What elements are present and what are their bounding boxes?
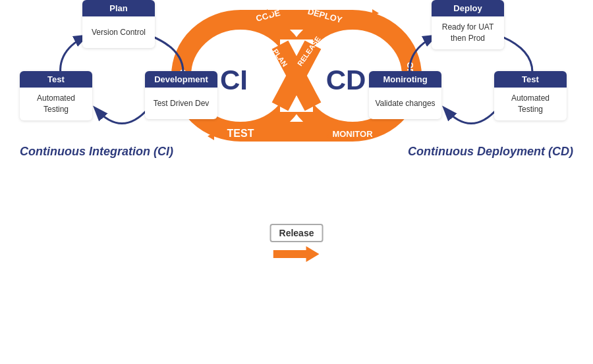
cd-monitor-header: Moniroting xyxy=(369,71,441,88)
cd-label: Continuous Deployment (CD) xyxy=(408,145,573,159)
ci-side-diagram: Plan Version Control Test Automated Test… xyxy=(20,0,224,145)
svg-text:TEST: TEST xyxy=(227,128,254,139)
ci-test-header: Test xyxy=(20,71,92,88)
ci-plan-header: Plan xyxy=(82,0,155,16)
ci-label: Continuous Integration (CI) xyxy=(20,145,173,159)
ci-dev-body: Test Driven Dev xyxy=(145,88,217,119)
release-label: Release xyxy=(270,224,324,242)
cd-test-body: Automated Testing xyxy=(494,88,567,120)
cd-test-card: Test Automated Testing xyxy=(494,71,567,120)
ci-dev-card: Development Test Driven Dev xyxy=(145,71,217,119)
cd-test-header: Test xyxy=(494,71,567,88)
ci-test-body: Automated Testing xyxy=(20,88,92,120)
svg-text:MONITOR: MONITOR xyxy=(332,129,373,139)
svg-text:CI: CI xyxy=(220,65,248,95)
cd-side-diagram: Deploy Ready for UAT then Prod Monirotin… xyxy=(369,0,573,145)
ci-plan-card: Plan Version Control xyxy=(82,0,155,48)
release-arrow xyxy=(273,245,320,263)
cd-deploy-card: Deploy Ready for UAT then Prod xyxy=(432,0,504,49)
cd-monitor-card: Moniroting Validate changes xyxy=(369,71,441,119)
ci-plan-body: Version Control xyxy=(82,16,155,48)
svg-text:CD: CD xyxy=(326,65,366,95)
cd-deploy-header: Deploy xyxy=(432,0,504,16)
cd-deploy-body: Ready for UAT then Prod xyxy=(432,16,504,49)
cd-monitor-body: Validate changes xyxy=(369,88,441,119)
ci-dev-header: Development xyxy=(145,71,217,88)
ci-test-card: Test Automated Testing xyxy=(20,71,92,120)
svg-marker-23 xyxy=(273,246,320,262)
labels-row: Continuous Integration (CI) Continuous D… xyxy=(0,145,593,164)
release-section: Release xyxy=(270,224,324,263)
